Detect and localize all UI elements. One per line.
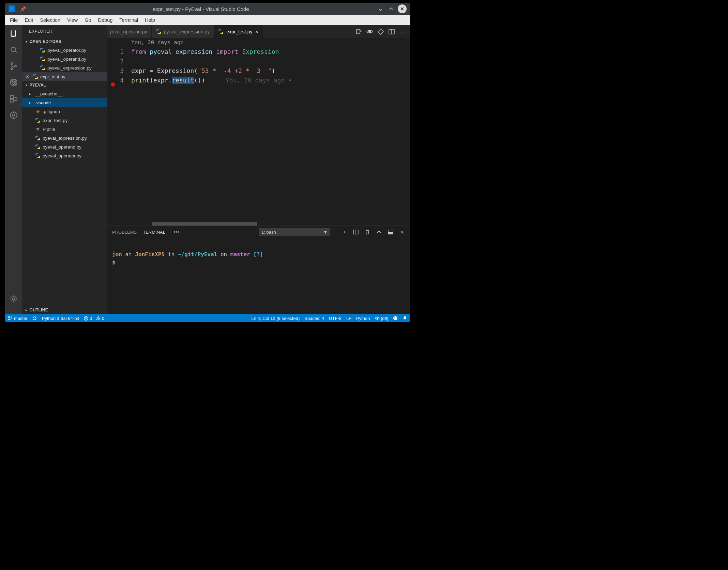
- window: 📌 expr_test.py - PyEval - Visual Studio …: [5, 3, 410, 322]
- line-number: 3: [107, 66, 124, 76]
- panel-up-icon[interactable]: [376, 229, 382, 235]
- project-header[interactable]: ▾PYEVAL: [22, 81, 107, 89]
- status-sync-icon[interactable]: [32, 316, 37, 321]
- close-panel-icon[interactable]: ✕: [399, 229, 405, 235]
- status-language[interactable]: Python: [356, 316, 370, 321]
- menu-edit[interactable]: Edit: [21, 17, 36, 23]
- tab-label: pyeval_expression.py: [164, 29, 210, 34]
- sidebar-title: EXPLORER: [22, 25, 107, 37]
- menu-file[interactable]: File: [6, 17, 21, 23]
- status-python[interactable]: Python 3.6.6 64-bit: [42, 316, 79, 321]
- tab-label: expr_test.py: [226, 29, 252, 34]
- code-line[interactable]: from pyeval_expression import Expression: [131, 47, 410, 57]
- close-editor-icon[interactable]: ✕: [26, 74, 29, 79]
- explorer-icon[interactable]: [9, 29, 18, 38]
- menu-terminal[interactable]: Terminal: [116, 17, 141, 23]
- tree-file[interactable]: pyeval_operand.py: [22, 142, 107, 151]
- split-editor-icon[interactable]: [388, 28, 395, 35]
- menu-help[interactable]: Help: [141, 17, 158, 23]
- outline-label: OUTLINE: [29, 308, 48, 312]
- sidebar: EXPLORER ▾OPEN EDITORS pyeval_operator.p…: [22, 25, 107, 314]
- code-line[interactable]: expr = Expression("53 * -4 +2 * 3 "): [131, 66, 410, 76]
- menu-debug[interactable]: Debug: [95, 17, 116, 23]
- tree-item-label: .gitignore: [43, 109, 62, 114]
- horizontal-scrollbar-thumb[interactable]: [152, 222, 257, 226]
- tree-file[interactable]: ◈.gitignore: [22, 107, 107, 116]
- python-file-icon: [40, 65, 45, 71]
- kill-terminal-icon[interactable]: [364, 229, 370, 235]
- panel-overflow-icon[interactable]: •••: [173, 229, 179, 235]
- menu-view[interactable]: View: [64, 17, 81, 23]
- breakpoint-icon[interactable]: [111, 82, 115, 87]
- minimap[interactable]: [393, 38, 410, 226]
- status-problems[interactable]: 0 0: [84, 316, 104, 321]
- status-eol[interactable]: LF: [346, 316, 351, 321]
- panel-tab-terminal[interactable]: TERMINAL: [143, 230, 165, 235]
- open-editor-item[interactable]: pyeval_expression.py: [22, 63, 107, 72]
- svg-point-3: [15, 65, 16, 67]
- code-line[interactable]: [131, 57, 410, 66]
- status-live-label: [off]: [381, 316, 388, 321]
- terminal[interactable]: jon at JonFinXPS in ~/git/PyEval on mast…: [107, 238, 410, 314]
- source-control-icon[interactable]: [9, 61, 18, 71]
- code-line[interactable]: print(expr.result())You, 20 days ago •: [131, 76, 410, 85]
- open-editor-item-active[interactable]: ✕expr_test.py: [22, 72, 107, 81]
- status-branch[interactable]: master: [8, 316, 28, 321]
- settings-gear-icon[interactable]: [9, 294, 18, 304]
- terminal-prompt[interactable]: $: [112, 259, 405, 267]
- open-editors-header[interactable]: ▾OPEN EDITORS: [22, 37, 107, 46]
- editor-tabs: yeval_operand.py pyeval_expression.py ex…: [107, 25, 410, 38]
- tree-item-label: pyeval_expression.py: [43, 136, 87, 141]
- status-encoding[interactable]: UTF-8: [329, 316, 342, 321]
- editor-tab[interactable]: pyeval_expression.py: [152, 25, 214, 38]
- code-content[interactable]: You, 20 days ago from pyeval_expression …: [131, 38, 410, 226]
- python-file-icon: [156, 29, 161, 34]
- search-icon[interactable]: [9, 45, 18, 55]
- split-terminal-icon[interactable]: [353, 229, 359, 235]
- compare-changes-icon[interactable]: [355, 28, 362, 35]
- tree-file[interactable]: expr_test.py: [22, 116, 107, 125]
- open-changes-icon[interactable]: [377, 28, 384, 35]
- tab-close-icon[interactable]: ✕: [255, 29, 259, 34]
- open-editor-item[interactable]: pyeval_operator.py: [22, 46, 107, 55]
- tree-folder[interactable]: ▸__pycache__: [22, 89, 107, 98]
- pin-icon[interactable]: 📌: [20, 6, 26, 12]
- status-cursor[interactable]: Ln 4, Col 12 (9 selected): [252, 316, 300, 321]
- outline-header[interactable]: ▸OUTLINE: [22, 306, 107, 314]
- new-terminal-icon[interactable]: ＋: [341, 229, 347, 235]
- menu-selection[interactable]: Selection: [36, 17, 64, 23]
- tree-file[interactable]: pyeval_expression.py: [22, 134, 107, 142]
- editor-tab[interactable]: yeval_operand.py: [107, 25, 152, 38]
- pipfile-icon: ≡: [35, 126, 41, 132]
- svg-rect-7: [10, 99, 13, 102]
- status-spaces[interactable]: Spaces: 4: [304, 316, 324, 321]
- python-file-icon: [40, 47, 45, 53]
- extensions-icon[interactable]: [9, 94, 18, 104]
- toggle-blame-icon[interactable]: [366, 28, 373, 35]
- menu-go[interactable]: Go: [81, 17, 94, 23]
- open-editor-item[interactable]: pyeval_operand.py: [22, 55, 107, 63]
- panel-tabs: PROBLEMS TERMINAL ••• 1: bash▼ ＋ ✕: [107, 226, 410, 238]
- maximize-button[interactable]: [387, 4, 396, 13]
- tree-folder-selected[interactable]: ▸.vscode: [22, 98, 107, 107]
- status-bell-icon[interactable]: [403, 316, 407, 321]
- gitlens-icon[interactable]: [9, 110, 18, 120]
- editor-tab-active[interactable]: expr_test.py✕: [214, 25, 263, 38]
- debug-icon[interactable]: [9, 78, 18, 87]
- close-button[interactable]: [398, 4, 407, 13]
- project-label: PYEVAL: [29, 83, 46, 88]
- terminal-selector[interactable]: 1: bash▼: [259, 228, 330, 236]
- tree-file[interactable]: pyeval_operator.py: [22, 151, 107, 160]
- panel-tab-problems[interactable]: PROBLEMS: [112, 230, 137, 235]
- status-liveshare[interactable]: [off]: [375, 316, 388, 321]
- window-title: expr_test.py - PyEval - Visual Studio Co…: [26, 6, 376, 12]
- git-file-icon: ◈: [35, 109, 41, 114]
- more-actions-icon[interactable]: ⋯: [399, 28, 406, 35]
- maximize-panel-icon[interactable]: [388, 229, 394, 235]
- tree-file[interactable]: ≡Pipfile: [22, 125, 107, 134]
- codelens-blame[interactable]: You, 20 days ago: [131, 38, 410, 47]
- vscode-app-icon: [9, 5, 15, 12]
- code-editor[interactable]: 1 2 3 4 You, 20 days ago from pyeval_exp…: [107, 38, 410, 226]
- status-feedback-icon[interactable]: [393, 316, 398, 321]
- minimize-button[interactable]: [376, 4, 385, 13]
